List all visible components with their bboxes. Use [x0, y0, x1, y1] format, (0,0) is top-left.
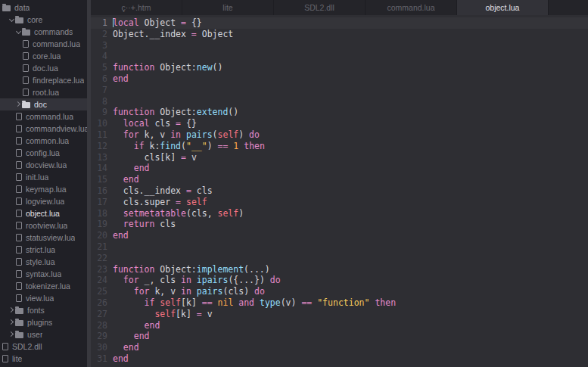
code-line-10[interactable]: 10 local cls = {}: [91, 118, 588, 129]
line-number: 5: [91, 62, 107, 73]
chevron-down-icon: [16, 29, 22, 35]
tree-item-command.lua[interactable]: command.lua: [0, 110, 87, 123]
code-line-26[interactable]: 26 if self[k] == nil and type(v) == "fun…: [91, 297, 588, 309]
folder-icon: [22, 102, 30, 108]
code-line-15[interactable]: 15 end: [91, 174, 588, 185]
code-line-31[interactable]: 31end: [91, 353, 588, 365]
tree-item-syntax.lua[interactable]: syntax.lua: [0, 268, 87, 280]
code-line-8[interactable]: 8: [91, 96, 588, 107]
tree-item-core.lua[interactable]: core.lua: [0, 50, 87, 62]
tree-item-findreplace.lua[interactable]: findreplace.lua: [0, 74, 87, 86]
tree-item-command.lua[interactable]: command.lua: [0, 38, 87, 50]
tab-command.lua[interactable]: command.lua: [366, 0, 457, 15]
tree-item-commandview.lua[interactable]: commandview.lua: [0, 123, 87, 135]
editor: 1local Object = {}2Object.__index = Obje…: [91, 15, 588, 367]
folder-icon: [15, 17, 23, 23]
code-line-14[interactable]: 14 end: [91, 163, 588, 174]
code-line-30[interactable]: 30 end: [91, 342, 588, 353]
code-line-23[interactable]: 23function Object:implement(...): [91, 264, 588, 275]
code-line-20[interactable]: 20end: [91, 230, 588, 241]
code-line-29[interactable]: 29 end: [91, 331, 588, 342]
code-line-6[interactable]: 6end: [91, 73, 588, 85]
tree-item-object.lua[interactable]: object.lua: [0, 207, 87, 219]
tree-item-label: lite: [12, 354, 22, 363]
tree-item-SDL2.dll[interactable]: SDL2.dll: [0, 341, 87, 353]
code-text: for k, v in pairs(self) do: [113, 129, 260, 141]
tree-item-fonts[interactable]: fonts: [0, 304, 87, 316]
code-text: function Object:extend(): [113, 107, 238, 118]
tree-item-rootview.lua[interactable]: rootview.lua: [0, 219, 87, 232]
code-line-19[interactable]: 19 return cls: [91, 219, 588, 230]
code-line-5[interactable]: 5function Object:new(): [91, 62, 588, 73]
file-icon: [23, 52, 29, 60]
tree-item-label: command.lua: [33, 39, 80, 48]
code-line-4[interactable]: 4: [91, 51, 588, 62]
code-text: end: [113, 230, 129, 241]
tree-item-label: object.lua: [26, 209, 60, 218]
tree-item-config.lua[interactable]: config.lua: [0, 147, 87, 159]
line-number: 6: [91, 73, 107, 85]
file-icon: [16, 137, 22, 145]
tree-item-statusview.lua[interactable]: statusview.lua: [0, 232, 87, 244]
line-number: 27: [91, 309, 107, 320]
tree-item-label: strict.lua: [26, 245, 55, 254]
tree-item-common.lua[interactable]: common.lua: [0, 135, 87, 147]
tree-item-root.lua[interactable]: root.lua: [0, 86, 87, 98]
code-line-17[interactable]: 17 cls.super = self: [91, 197, 588, 208]
code-line-24[interactable]: 24 for _, cls in ipairs({...}) do: [91, 275, 588, 286]
tree-item-label: commands: [34, 27, 73, 36]
line-number: 8: [91, 96, 107, 107]
code-line-18[interactable]: 18 setmetatable(cls, self): [91, 208, 588, 219]
code-line-25[interactable]: 25 for k, v in pairs(cls) do: [91, 286, 588, 297]
tree-item-init.lua[interactable]: init.lua: [0, 171, 87, 183]
tree-item-label: doc: [34, 100, 47, 109]
line-number: 4: [91, 51, 107, 62]
tab-SDL2.dll[interactable]: SDL2.dll: [274, 0, 366, 15]
line-number: 2: [91, 29, 107, 40]
code-line-16[interactable]: 16 cls.__index = cls: [91, 185, 588, 197]
code-line-3[interactable]: 3: [91, 40, 588, 51]
code-line-22[interactable]: 22: [91, 253, 588, 264]
tree-item-user[interactable]: user: [0, 328, 87, 341]
tab-object.lua[interactable]: object.lua: [457, 0, 549, 15]
file-icon: [16, 185, 22, 193]
code-line-11[interactable]: 11 for k, v in pairs(self) do: [91, 129, 588, 141]
tree-item-tokenizer.lua[interactable]: tokenizer.lua: [0, 280, 87, 292]
chevron-right-icon: [9, 307, 15, 313]
tree-item-core[interactable]: core: [0, 14, 87, 26]
code-line-7[interactable]: 7: [91, 85, 588, 96]
tab-ç··+.htm[interactable]: ç··+.htm: [91, 0, 182, 15]
tree-item-docview.lua[interactable]: docview.lua: [0, 159, 87, 171]
tree-item-strict.lua[interactable]: strict.lua: [0, 244, 87, 256]
code-text: self[k] = v: [113, 309, 213, 320]
tab-lite[interactable]: lite: [182, 0, 274, 15]
tree-item-keymap.lua[interactable]: keymap.lua: [0, 183, 87, 195]
code-line-9[interactable]: 9function Object:extend(): [91, 107, 588, 118]
tree-item-plugins[interactable]: plugins: [0, 316, 87, 328]
tree-item-label: core.lua: [33, 51, 61, 61]
tree-item-data[interactable]: data: [0, 2, 87, 14]
code-line-2[interactable]: 2Object.__index = Object: [91, 29, 588, 40]
line-number: 17: [91, 197, 107, 208]
tree-item-label: logview.lua: [26, 197, 64, 206]
tree-item-lite[interactable]: lite: [0, 353, 87, 365]
code-line-12[interactable]: 12 if k:find("__") == 1 then: [91, 141, 588, 152]
tree-item-doc.lua[interactable]: doc.lua: [0, 62, 87, 74]
code-line-28[interactable]: 28 end: [91, 320, 588, 331]
sidebar-scrollbar[interactable]: [87, 0, 91, 367]
tree-item-view.lua[interactable]: view.lua: [0, 292, 87, 304]
tree-item-label: plugins: [27, 318, 52, 327]
code-line-13[interactable]: 13 cls[k] = v: [91, 152, 588, 163]
file-icon: [16, 270, 22, 278]
tree-item-commands[interactable]: commands: [0, 26, 87, 38]
code-line-21[interactable]: 21: [91, 241, 588, 253]
tree-item-logview.lua[interactable]: logview.lua: [0, 195, 87, 207]
code-line-1[interactable]: 1local Object = {}: [91, 17, 588, 29]
tree-item-label: rootview.lua: [26, 221, 67, 230]
code-line-27[interactable]: 27 self[k] = v: [91, 309, 588, 320]
tree-item-style.lua[interactable]: style.lua: [0, 256, 87, 268]
tree-item-doc[interactable]: doc: [0, 98, 87, 110]
tree-item-label: doc.lua: [33, 64, 58, 73]
line-number: 31: [91, 353, 107, 365]
line-number: 19: [91, 219, 107, 230]
